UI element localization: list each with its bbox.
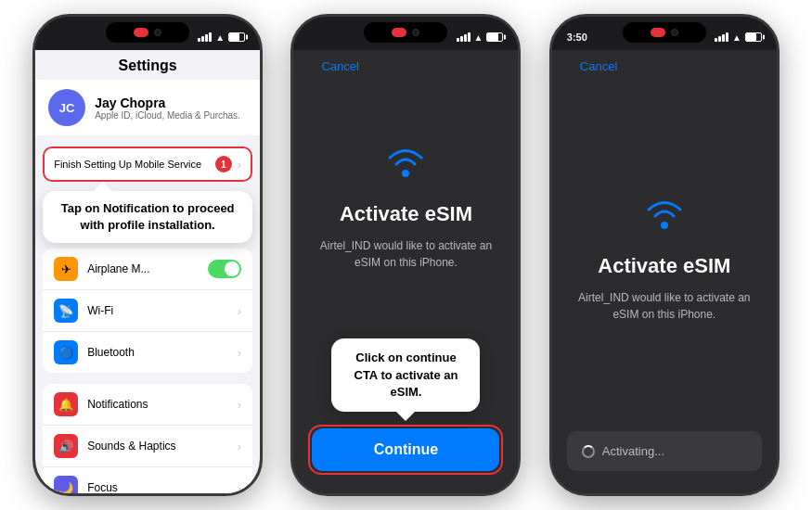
- esim-title-2: Activate eSIM: [340, 202, 472, 226]
- avatar: JC: [48, 89, 85, 126]
- phone-1-content: Settings JC Jay Chopra Apple ID, iCloud,…: [35, 50, 260, 496]
- camera-pill: [134, 28, 148, 37]
- settings-row-bluetooth[interactable]: 🔵 Bluetooth ›: [43, 332, 252, 373]
- phone-3-activating: 3:50 ▲ Cancel: [549, 14, 780, 496]
- activating-row: Activating...: [567, 431, 762, 471]
- sounds-chevron: ›: [238, 440, 241, 453]
- chevron-right-icon: ›: [238, 158, 241, 172]
- camera-dot-3: [671, 29, 678, 36]
- cancel-button-2[interactable]: Cancel: [306, 56, 373, 77]
- esim-signal-icon-2: [382, 138, 429, 187]
- settings-row-sounds[interactable]: 🔊 Sounds & Haptics ›: [43, 426, 252, 467]
- signal-icon-3: [715, 32, 728, 42]
- notifications-icon: 🔔: [54, 392, 78, 416]
- camera-dot-2: [412, 29, 419, 36]
- user-info: Jay Chopra Apple ID, iCloud, Media & Pur…: [95, 96, 240, 121]
- esim-footer-2: Click on continue CTA to activate an eSI…: [293, 327, 518, 493]
- status-icons-1: ▲: [198, 32, 245, 43]
- activating-spinner: [582, 445, 595, 458]
- esim-signal-icon-3: [641, 190, 688, 239]
- notifications-label: Notifications: [87, 398, 228, 411]
- tooltip-2: Click on continue CTA to activate an eSI…: [331, 338, 480, 412]
- notification-banner[interactable]: Finish Setting Up Mobile Service 1 ›: [43, 147, 252, 182]
- notifications-chevron: ›: [238, 398, 241, 412]
- esim-svg-icon-2: [382, 138, 429, 179]
- phone-3-cancel-area: Cancel: [552, 50, 777, 82]
- wifi-icon: ▲: [215, 32, 225, 43]
- camera-pill-3: [651, 28, 665, 37]
- tooltip-1-text: Tap on Notification to proceed with prof…: [54, 200, 241, 234]
- esim-title-3: Activate eSIM: [598, 254, 730, 278]
- signal-icon: [198, 32, 212, 42]
- bluetooth-icon: 🔵: [54, 340, 78, 364]
- user-profile-row[interactable]: JC Jay Chopra Apple ID, iCloud, Media & …: [35, 80, 260, 135]
- settings-row-airplane[interactable]: ✈ Airplane M...: [43, 249, 252, 290]
- phone-2-content: Cancel Activate eSIM Airtel_IND would li…: [293, 50, 518, 493]
- phone-3-notch: [623, 22, 706, 43]
- settings-title: Settings: [35, 50, 260, 80]
- status-icons-3: ▲: [715, 32, 762, 43]
- continue-btn-wrapper: Continue: [308, 425, 503, 475]
- esim-desc-3: Airtel_IND would like to activate an eSI…: [571, 289, 758, 323]
- phone-2-esim: ▲ Cancel Activate eSIM: [290, 14, 521, 496]
- status-time-3: 3:50: [567, 32, 587, 43]
- esim-desc-2: Airtel_IND would like to activate an eSI…: [312, 237, 499, 271]
- status-icons-2: ▲: [457, 32, 504, 43]
- wifi-chevron: ›: [238, 304, 241, 318]
- sounds-icon: 🔊: [54, 434, 78, 458]
- wifi-row-icon: 📡: [54, 299, 78, 323]
- signal-icon-2: [457, 32, 470, 42]
- scene: ▲ Settings JC Jay Chopra Apple ID, iClou…: [0, 0, 812, 510]
- phone-3-content: Cancel Activate eSIM Airtel_IND would li…: [552, 50, 777, 493]
- airplane-label: Airplane M...: [87, 262, 199, 275]
- phone-2-cancel-area: Cancel: [293, 50, 518, 82]
- activating-text: Activating...: [602, 444, 664, 458]
- wifi-icon-3: ▲: [732, 32, 741, 43]
- phone-1-notch: [106, 22, 189, 43]
- user-name: Jay Chopra: [95, 96, 240, 110]
- focus-label: Focus: [87, 481, 228, 494]
- settings-section-2: 🔔 Notifications › 🔊 Sounds & Haptics › 🌙…: [43, 384, 252, 496]
- esim-content-2: Activate eSIM Airtel_IND would like to a…: [293, 82, 518, 327]
- esim-content-3: Activate eSIM Airtel_IND would like to a…: [552, 82, 777, 431]
- settings-row-notifications[interactable]: 🔔 Notifications ›: [43, 384, 252, 426]
- battery-icon: [228, 32, 245, 42]
- activating-area: Activating...: [552, 431, 777, 493]
- phone-2-notch: [364, 22, 447, 43]
- bluetooth-label: Bluetooth: [87, 346, 228, 359]
- settings-row-wifi[interactable]: 📡 Wi-Fi ›: [43, 290, 252, 332]
- tooltip-1: Tap on Notification to proceed with prof…: [43, 191, 252, 243]
- esim-svg-icon-3: [641, 190, 688, 231]
- focus-chevron: ›: [238, 481, 241, 495]
- bluetooth-chevron: ›: [238, 346, 241, 360]
- svg-point-1: [661, 222, 668, 229]
- svg-point-0: [402, 170, 409, 177]
- battery-icon-3: [745, 32, 762, 42]
- wifi-label: Wi-Fi: [87, 304, 228, 317]
- settings-section-1: ✈ Airplane M... 📡 Wi-Fi › 🔵 Bluetooth ›: [43, 249, 252, 373]
- continue-button[interactable]: Continue: [312, 428, 499, 471]
- camera-pill-2: [392, 28, 406, 37]
- sounds-label: Sounds & Haptics: [87, 440, 228, 453]
- settings-row-focus[interactable]: 🌙 Focus ›: [43, 467, 252, 496]
- airplane-toggle[interactable]: [208, 260, 241, 278]
- phone-1-settings: ▲ Settings JC Jay Chopra Apple ID, iClou…: [32, 14, 263, 496]
- user-subtitle: Apple ID, iCloud, Media & Purchas.: [95, 110, 240, 121]
- wifi-icon-2: ▲: [474, 32, 483, 43]
- cancel-button-3[interactable]: Cancel: [565, 56, 632, 77]
- notification-badge: 1: [215, 156, 232, 172]
- notification-banner-text: Finish Setting Up Mobile Service: [54, 159, 210, 170]
- airplane-icon: ✈: [54, 257, 78, 281]
- battery-icon-2: [486, 32, 503, 42]
- focus-icon: 🌙: [54, 476, 78, 496]
- tooltip-2-text: Click on continue CTA to activate an eSI…: [344, 350, 467, 401]
- camera-dot: [154, 29, 161, 36]
